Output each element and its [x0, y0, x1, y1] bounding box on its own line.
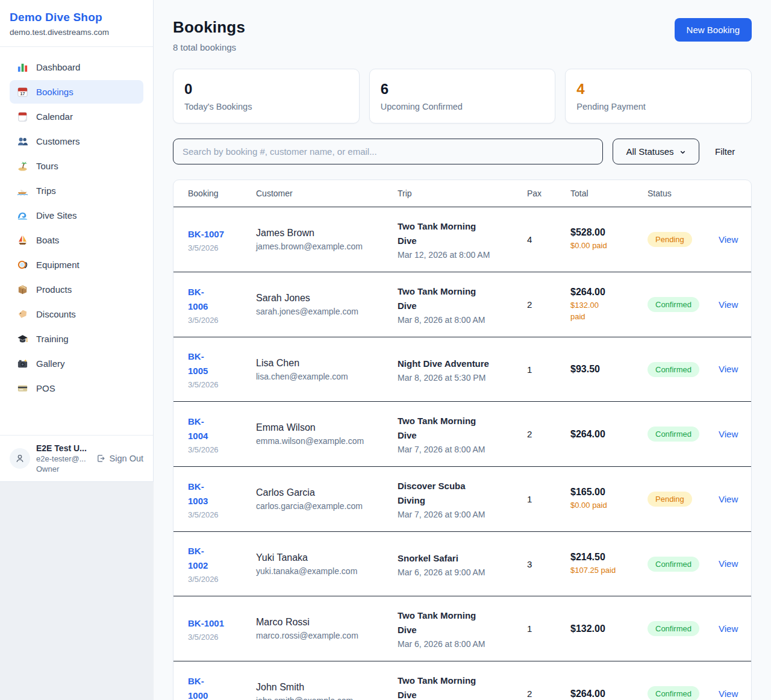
people-icon	[17, 136, 28, 147]
trip-name: Two Tank Morning Dive	[398, 219, 519, 248]
view-link[interactable]: View	[719, 364, 738, 374]
booking-date: 3/5/2026	[188, 243, 248, 252]
customer-name: Marco Rossi	[256, 617, 389, 628]
view-link[interactable]: View	[719, 234, 738, 245]
sidebar-item-calendar[interactable]: Calendar	[10, 105, 143, 128]
booking-id-link[interactable]: BK- 1002	[188, 544, 208, 573]
sidebar-item-discounts[interactable]: Discounts	[10, 302, 143, 326]
booking-date: 3/5/2026	[188, 575, 248, 584]
booking-date: 3/5/2026	[188, 380, 248, 389]
title-block: Bookings 8 total bookings	[173, 18, 245, 52]
booking-id-link[interactable]: BK- 1000	[188, 674, 208, 700]
booking-id-link[interactable]: BK- 1004	[188, 414, 208, 443]
trip-datetime: Mar 6, 2026 at 8:00 AM	[398, 639, 519, 649]
sign-out-icon	[96, 454, 106, 463]
view-link[interactable]: View	[719, 494, 738, 504]
sidebar-item-label: Dashboard	[36, 62, 80, 72]
sidebar-item-dashboard[interactable]: Dashboard	[10, 55, 143, 79]
new-booking-button[interactable]: New Booking	[675, 18, 752, 42]
table-row: BK- 1003 3/5/2026 Carlos Garcia carlos.g…	[173, 467, 751, 532]
pax-count: 2	[527, 299, 570, 310]
status-badge: Confirmed	[648, 686, 699, 700]
view-link[interactable]: View	[719, 623, 738, 634]
shop-name[interactable]: Demo Dive Shop	[10, 11, 143, 24]
status-filter-select[interactable]: All Statuses	[613, 139, 699, 164]
column-header-pax: Pax	[527, 189, 570, 198]
sign-out-button[interactable]: Sign Out	[96, 454, 143, 463]
stat-value: 6	[381, 81, 545, 98]
trip-datetime: Mar 7, 2026 at 8:00 AM	[398, 445, 519, 454]
status-badge: Confirmed	[648, 621, 699, 636]
sidebar-item-label: Gallery	[36, 358, 65, 369]
view-link[interactable]: View	[719, 299, 738, 310]
filter-row: All Statuses Filter	[173, 139, 752, 164]
sidebar-item-label: Discounts	[36, 309, 76, 319]
graduation-cap-icon	[17, 333, 28, 345]
user-email: e2e-tester@...	[36, 454, 90, 463]
customer-email: james.brown@example.com	[256, 242, 389, 251]
sidebar-item-customers[interactable]: Customers	[10, 130, 143, 153]
booking-id-link[interactable]: BK-1007	[188, 227, 224, 242]
user-role: Owner	[36, 464, 90, 473]
booking-id-link[interactable]: BK- 1006	[188, 285, 208, 314]
total-amount: $214.50	[570, 552, 639, 563]
main-content: Bookings 8 total bookings New Booking 0 …	[154, 0, 771, 700]
sidebar-item-trips[interactable]: Trips	[10, 179, 143, 202]
trip-datetime: Mar 8, 2026 at 5:30 PM	[398, 373, 519, 383]
sidebar-item-boats[interactable]: Boats	[10, 228, 143, 252]
table-row: BK- 1006 3/5/2026 Sarah Jones sarah.jone…	[173, 272, 751, 337]
customer-name: Yuki Tanaka	[256, 552, 389, 563]
table-row: BK-1001 3/5/2026 Marco Rossi marco.rossi…	[173, 596, 751, 661]
table-header-row: Booking Customer Trip Pax Total Status	[173, 180, 751, 207]
tear-off-calendar-icon	[17, 111, 28, 122]
customer-name: Lisa Chen	[256, 358, 389, 369]
sidebar-item-training[interactable]: Training	[10, 327, 143, 351]
sidebar-item-bookings[interactable]: 17 Bookings	[10, 80, 143, 104]
booking-id-link[interactable]: BK-1001	[188, 616, 224, 631]
column-header-trip: Trip	[398, 189, 527, 198]
filter-button[interactable]: Filter	[709, 146, 741, 157]
dive-mask-icon	[17, 259, 28, 270]
sidebar-item-tours[interactable]: Tours	[10, 154, 143, 178]
calendar-date-icon: 17	[17, 86, 28, 98]
booking-id-link[interactable]: BK- 1003	[188, 480, 208, 508]
trip-name: Two Tank Morning Dive	[398, 608, 519, 637]
pax-count: 1	[527, 623, 570, 634]
trip-datetime: Mar 7, 2026 at 9:00 AM	[398, 510, 519, 519]
pax-count: 3	[527, 559, 570, 569]
trip-name: Discover Scuba Diving	[398, 479, 519, 508]
search-input[interactable]	[173, 139, 603, 164]
bookings-table: Booking Customer Trip Pax Total Status B…	[173, 180, 752, 700]
user-texts: E2E Test U... e2e-tester@... Owner	[36, 443, 90, 473]
sidebar-item-label: Training	[36, 334, 69, 344]
view-link[interactable]: View	[719, 689, 738, 699]
paid-amount: $0.00 paid	[570, 500, 639, 511]
customer-name: John Smith	[256, 682, 389, 693]
pax-count: 1	[527, 364, 570, 375]
sidebar-item-equipment[interactable]: Equipment	[10, 253, 143, 277]
sidebar-item-gallery[interactable]: Gallery	[10, 352, 143, 375]
sidebar-item-dive-sites[interactable]: Dive Sites	[10, 204, 143, 227]
trip-datetime: Mar 6, 2026 at 9:00 AM	[398, 567, 519, 577]
trip-name: Two Tank Morning Dive	[398, 414, 519, 443]
customer-email: sarah.jones@example.com	[256, 307, 389, 316]
total-amount: $132.00	[570, 623, 639, 634]
sidebar-item-label: Customers	[36, 136, 80, 146]
sidebar-item-label: Bookings	[36, 87, 73, 97]
booking-id-link[interactable]: BK- 1005	[188, 349, 208, 378]
sidebar-nav: Dashboard 17 Bookings Calendar Customers…	[0, 47, 153, 410]
total-amount: $264.00	[570, 287, 639, 298]
sidebar-item-products[interactable]: Products	[10, 278, 143, 301]
status-badge: Confirmed	[648, 557, 699, 572]
view-link[interactable]: View	[719, 429, 738, 439]
view-link[interactable]: View	[719, 558, 738, 569]
sidebar: Demo Dive Shop demo.test.divestreams.com…	[0, 0, 154, 482]
customer-email: emma.wilson@example.com	[256, 436, 389, 446]
stats-row: 0 Today's Bookings 6 Upcoming Confirmed …	[173, 69, 752, 123]
booking-date: 3/5/2026	[188, 633, 248, 642]
table-body: BK-1007 3/5/2026 James Brown james.brown…	[173, 207, 751, 700]
sidebar-item-pos[interactable]: POS	[10, 377, 143, 400]
sidebar-item-label: Tours	[36, 161, 58, 171]
table-row: BK- 1000 3/5/2026 John Smith john.smith@…	[173, 661, 751, 700]
status-badge: Pending	[648, 492, 692, 507]
